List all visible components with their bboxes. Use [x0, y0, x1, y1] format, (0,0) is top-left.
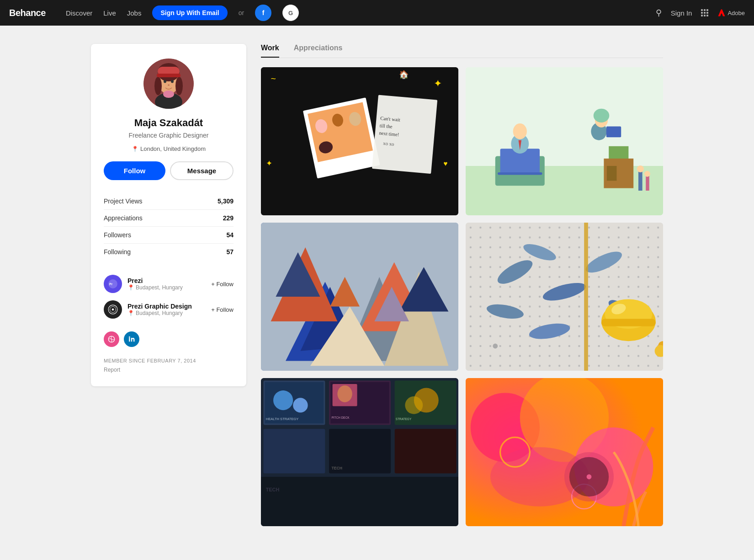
tabs: Work Appreciations — [261, 44, 663, 58]
svg-point-19 — [129, 336, 130, 338]
project-card[interactable] — [466, 378, 663, 526]
project-image — [466, 223, 663, 371]
svg-rect-53 — [646, 176, 649, 191]
svg-point-116 — [587, 475, 592, 480]
signin-link[interactable]: Sign In — [671, 9, 692, 17]
member-since: MEMBER SINCE FEBRUARY 7, 2014 — [104, 358, 234, 363]
stat-row: Project Views5,309 — [104, 193, 234, 210]
company-logo[interactable]: Pr — [104, 275, 122, 293]
svg-point-5 — [164, 80, 166, 83]
svg-text:xo xo: xo xo — [383, 140, 394, 147]
nav-live[interactable]: Live — [103, 9, 116, 17]
svg-text:~: ~ — [271, 74, 276, 84]
project-card[interactable] — [466, 223, 663, 371]
project-card[interactable]: ~ ✦ ✦ ♥ 🏠 — [261, 67, 458, 215]
nav-discover[interactable]: Discover — [66, 9, 92, 17]
svg-rect-51 — [638, 171, 642, 191]
project-grid: ~ ✦ ✦ ♥ 🏠 — [261, 67, 663, 526]
stat-value: 229 — [196, 210, 234, 227]
profile-actions: Follow Message — [104, 161, 234, 180]
nav-jobs[interactable]: Jobs — [127, 9, 142, 17]
project-card[interactable] — [466, 67, 663, 215]
svg-point-8 — [154, 77, 162, 95]
tab-work[interactable]: Work — [261, 44, 279, 58]
svg-text:Pr: Pr — [109, 283, 112, 286]
company-location: 📍Budapest, Hungary — [127, 284, 206, 291]
company-logo[interactable] — [104, 300, 122, 319]
company-location: 📍Budapest, Hungary — [127, 310, 206, 316]
or-text: or — [239, 9, 244, 16]
svg-text:TECH: TECH — [266, 487, 280, 492]
facebook-signup-button[interactable]: f — [255, 5, 271, 21]
company-item: Prezi Graphic Design 📍Budapest, Hungary … — [104, 297, 234, 322]
profile-location: 📍 London, United Kingdom — [104, 145, 234, 152]
stat-label: Project Views — [104, 193, 196, 210]
signup-email-button[interactable]: Sign Up With Email — [152, 5, 227, 20]
svg-text:♥: ♥ — [444, 160, 448, 167]
stat-value: 54 — [196, 227, 234, 244]
project-image: HEALTH STRATEGY PITCH DECK STRATEGY — [261, 378, 458, 526]
profile-title: Freelance Graphic Designer — [104, 132, 234, 139]
apps-grid-icon[interactable] — [701, 9, 708, 16]
report-link[interactable]: Report — [104, 367, 120, 373]
company-follow-link[interactable]: + Follow — [211, 306, 234, 313]
profile-card: Maja Szakadát Freelance Graphic Designer… — [91, 44, 246, 386]
avatar — [143, 59, 194, 109]
svg-point-95 — [337, 385, 352, 402]
svg-rect-101 — [263, 429, 325, 473]
stat-row: Followers54 — [104, 227, 234, 244]
svg-rect-104 — [395, 429, 457, 473]
svg-point-83 — [493, 344, 498, 349]
company-name: Prezi — [127, 277, 206, 284]
svg-text:✦: ✦ — [266, 159, 272, 168]
svg-point-6 — [171, 80, 174, 83]
svg-rect-105 — [261, 477, 458, 526]
project-image — [466, 67, 663, 215]
main-content: Work Appreciations ~ ✦ ✦ ♥ 🏠 — [261, 44, 663, 526]
company-info: Prezi Graphic Design 📍Budapest, Hungary — [127, 303, 206, 316]
dribbble-icon[interactable] — [104, 331, 119, 347]
page-content: Maja Szakadát Freelance Graphic Designer… — [80, 44, 674, 526]
svg-point-4 — [163, 91, 174, 98]
company-name: Prezi Graphic Design — [127, 303, 206, 310]
svg-rect-81 — [601, 319, 656, 326]
stat-label: Appreciations — [104, 210, 196, 227]
svg-point-43 — [513, 123, 527, 139]
linkedin-icon[interactable] — [124, 331, 139, 347]
company-item: Pr Prezi 📍Budapest, Hungary + Follow — [104, 271, 234, 297]
google-signup-button[interactable]: G — [282, 5, 299, 21]
svg-rect-78 — [584, 223, 588, 371]
message-button[interactable]: Message — [170, 161, 234, 180]
project-image — [261, 223, 458, 371]
svg-point-9 — [175, 77, 183, 95]
profile-name: Maja Szakadát — [104, 117, 234, 129]
svg-point-90 — [293, 398, 308, 412]
svg-rect-50 — [606, 127, 621, 138]
svg-point-49 — [594, 109, 610, 123]
stat-label: Following — [104, 244, 196, 261]
svg-text:✦: ✦ — [434, 78, 442, 89]
project-card[interactable]: HEALTH STRATEGY PITCH DECK STRATEGY — [261, 378, 458, 526]
stat-label: Followers — [104, 227, 196, 244]
svg-text:🏠: 🏠 — [399, 69, 409, 80]
avatar-wrap — [104, 59, 234, 109]
location-pin-icon: 📍 — [132, 146, 138, 152]
company-info: Prezi 📍Budapest, Hungary — [127, 277, 206, 291]
svg-point-54 — [644, 171, 650, 177]
stat-row: Following57 — [104, 244, 234, 261]
social-icons — [104, 331, 234, 347]
svg-rect-11 — [157, 74, 181, 77]
company-follow-link[interactable]: + Follow — [211, 281, 234, 288]
svg-rect-18 — [129, 338, 130, 341]
svg-point-52 — [637, 165, 644, 172]
stat-row: Appreciations229 — [104, 210, 234, 227]
search-icon[interactable]: ⚲ — [656, 8, 662, 18]
site-logo[interactable]: Behance — [9, 8, 46, 18]
follow-button[interactable]: Follow — [104, 161, 165, 180]
project-card[interactable] — [261, 223, 458, 371]
svg-point-16 — [112, 309, 114, 310]
stat-value: 5,309 — [196, 193, 234, 210]
stat-value: 57 — [196, 244, 234, 261]
tab-appreciations[interactable]: Appreciations — [294, 44, 343, 58]
avatar-image — [143, 59, 194, 109]
